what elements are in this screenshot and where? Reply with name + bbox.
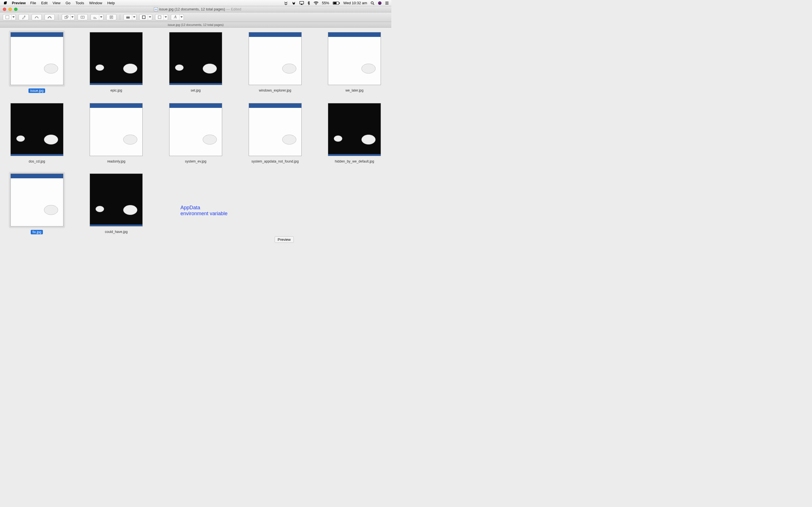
svg-point-5 [371, 2, 373, 4]
contact-sheet[interactable]: issue.jpgepic.jpgset.jpgwindows_explorer… [0, 27, 391, 244]
menu-go[interactable]: Go [65, 1, 70, 5]
thumbnail[interactable] [247, 31, 303, 87]
text-tool[interactable]: T [78, 14, 88, 20]
preview-window: issue.jpg (12 documents, 12 total pages)… [0, 6, 391, 244]
thumbnail-label[interactable]: hidden_by_we_default.jpg [335, 159, 374, 163]
thumbnail-label[interactable]: system_ev.jpg [185, 159, 206, 163]
svg-point-13 [386, 4, 386, 4]
thumbnail-label[interactable]: system_appdata_not_found.jpg [252, 159, 299, 163]
dock-tooltip: Preview [274, 236, 294, 243]
thumbnail-cell[interactable]: epic.jpg [85, 31, 148, 93]
spotlight-icon[interactable] [370, 1, 374, 5]
thumbnail-image [328, 103, 381, 156]
thumbnail-cell[interactable]: system_appdata_not_found.jpg [244, 101, 306, 163]
window-tab[interactable]: issue.jpg (12 documents, 12 total pages) [0, 22, 391, 27]
thumbnail[interactable] [9, 172, 65, 228]
menu-tools[interactable]: Tools [75, 1, 84, 5]
thumbnail[interactable] [88, 101, 144, 158]
thumbnail-label[interactable]: dos_cd.jpg [29, 159, 45, 163]
thumbnail-label[interactable]: readonly.jpg [107, 159, 125, 163]
battery-icon[interactable] [333, 1, 340, 5]
airplay-icon[interactable] [299, 1, 304, 5]
svg-point-11 [386, 2, 386, 2]
thumbnail[interactable] [88, 31, 144, 87]
thumbnail-cell[interactable]: dos_cd.jpg [6, 101, 68, 163]
wifi-icon[interactable] [313, 1, 319, 5]
thumbnail-cell[interactable]: we_later.jpg [323, 31, 386, 93]
notification-center-icon[interactable] [385, 1, 389, 5]
thumbnail-label[interactable]: set.jpg [191, 89, 200, 93]
note-tool[interactable] [106, 14, 116, 20]
draw-tool[interactable] [45, 14, 55, 20]
window-edited-indicator: — Edited [226, 7, 241, 11]
thumbnail-image [10, 103, 63, 156]
svg-point-15 [24, 15, 26, 16]
thumbnail-label[interactable]: issue.jpg [29, 89, 45, 93]
thumbnail[interactable] [9, 101, 65, 158]
window-traffic-lights [0, 8, 20, 11]
sign-tool[interactable] [91, 14, 103, 20]
svg-rect-28 [142, 16, 145, 18]
shapes-tool[interactable] [62, 14, 75, 20]
thumbnail[interactable] [167, 101, 224, 158]
siri-icon[interactable] [378, 1, 382, 5]
thumbnail-cell[interactable]: windows_explorer.jpg [244, 31, 306, 93]
sketch-tool[interactable] [32, 14, 42, 20]
window-titlebar[interactable]: issue.jpg (12 documents, 12 total pages)… [0, 6, 391, 12]
menu-view[interactable]: View [53, 1, 61, 5]
thumbnail-cell[interactable]: readonly.jpg [85, 101, 148, 163]
thumbnail-label[interactable]: we_later.jpg [345, 89, 363, 93]
minimize-button[interactable] [8, 8, 12, 11]
selection-tool[interactable] [3, 14, 16, 20]
svg-line-6 [373, 4, 374, 5]
menu-window[interactable]: Window [89, 1, 102, 5]
bluetooth-icon[interactable] [307, 1, 310, 5]
menubar-extra-icon[interactable] [284, 1, 288, 5]
thumbnail-label[interactable]: could_have.jpg [105, 230, 128, 234]
thumbnail[interactable] [88, 172, 144, 228]
svg-rect-29 [158, 16, 161, 18]
thumbnail-cell[interactable]: could_have.jpg [85, 172, 148, 234]
thumbnail[interactable] [9, 31, 65, 87]
thumbnail-cell[interactable]: issue.jpg [6, 31, 68, 93]
thumbnail[interactable] [167, 31, 224, 87]
text-annotation-line1: AppData [181, 205, 227, 211]
menubar-app-name[interactable]: Preview [12, 1, 26, 5]
thumbnail-cell[interactable]: set.jpg [164, 31, 227, 93]
line-style-tool[interactable] [123, 14, 137, 20]
thumbnail-image [169, 32, 222, 85]
menu-edit[interactable]: Edit [41, 1, 47, 5]
apple-menu-icon[interactable] [4, 1, 8, 5]
text-annotation-line2: environment variable [181, 211, 227, 217]
thumbnail-image [90, 32, 143, 85]
menu-help[interactable]: Help [107, 1, 115, 5]
fill-color-tool[interactable] [155, 14, 168, 20]
thumbnail[interactable] [326, 101, 383, 158]
thumbnail[interactable] [247, 101, 303, 158]
instant-alpha-tool[interactable] [18, 14, 29, 20]
font-style-tool[interactable]: A [171, 14, 184, 20]
document-proxy-icon[interactable] [154, 7, 158, 11]
thumbnail-image [249, 32, 302, 85]
window-title: issue.jpg (12 documents, 12 total pages) [159, 7, 225, 11]
thumbnail-cell[interactable]: fix.jpg [6, 172, 68, 234]
svg-rect-0 [300, 1, 304, 4]
thumbnail-cell[interactable]: system_ev.jpg [164, 101, 227, 163]
zoom-button[interactable] [14, 8, 17, 11]
close-button[interactable] [3, 8, 6, 11]
menubar-clock[interactable]: Wed 10:32 am [343, 1, 367, 5]
thumbnail-label[interactable]: fix.jpg [31, 230, 43, 234]
svg-point-1 [315, 4, 316, 4]
menubar-malware-icon[interactable] [292, 1, 296, 5]
thumbnail-label[interactable]: epic.jpg [110, 89, 122, 93]
thumbnail-label[interactable]: windows_explorer.jpg [259, 89, 291, 93]
border-color-tool[interactable] [139, 14, 152, 20]
thumbnail-cell[interactable]: hidden_by_we_default.jpg [323, 101, 386, 163]
menu-file[interactable]: File [30, 1, 36, 5]
thumbnail-image [10, 173, 63, 226]
markup-toolbar: T A [0, 12, 391, 22]
svg-rect-14 [6, 15, 9, 19]
text-annotation[interactable]: AppData environment variable [181, 205, 227, 216]
thumbnail[interactable] [326, 31, 383, 87]
svg-text:T: T [82, 16, 84, 18]
